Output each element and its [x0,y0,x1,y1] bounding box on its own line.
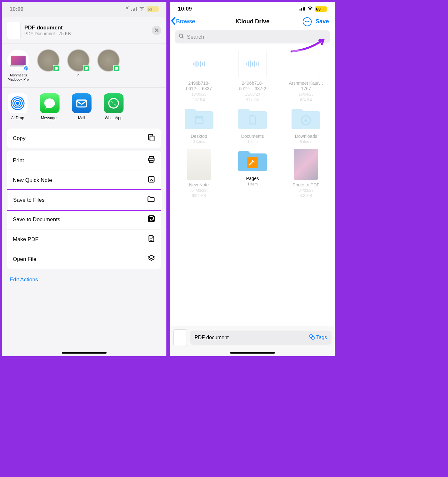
folder-pages[interactable]: Pages 1 item [228,149,276,198]
wifi-icon [307,6,313,12]
app-messages[interactable]: Messages [37,93,62,120]
file-title: PDF document [24,25,148,31]
image-thumbnail-icon [294,149,318,180]
tag-icon [309,334,315,341]
home-indicator[interactable] [62,352,107,354]
svg-rect-0 [131,10,132,11]
folder-downloads[interactable]: Downloads 8 items [282,107,330,144]
svg-rect-22 [304,7,305,11]
share-contact-whatsapp-3[interactable] [97,50,120,82]
home-indicator[interactable] [230,352,275,354]
svg-point-5 [25,67,28,70]
status-time: 10:09 [178,6,192,12]
signal-icon [300,6,305,12]
svg-point-7 [16,102,19,105]
file-subtitle: PDF Document · 75 KB [24,31,148,36]
document-icon [147,234,156,244]
app-label: AirDrop [11,116,24,120]
folder-icon [236,149,268,173]
status-time: 10:09 [10,6,23,12]
edit-actions-button[interactable]: Edit Actions... [2,271,166,288]
folder-documents[interactable]: Documents 1 item [228,107,276,144]
whatsapp-badge-icon [113,65,120,72]
share-apps-row: AirDrop Messages Mail WhatsApp [2,88,166,126]
svg-point-12 [109,98,118,108]
action-print[interactable]: Print [7,151,161,170]
whatsapp-icon [104,93,124,113]
file-thumbnail-icon [173,329,187,346]
file-item-audio-2[interactable]: 2496b718-b612-…337-2 13/05/23 447 KB [228,50,276,102]
folder-icon [147,195,155,205]
more-button[interactable]: ••• [303,17,312,26]
chevron-left-icon [170,17,176,27]
whatsapp-badge-icon [83,65,90,72]
image-thumbnail-icon [187,149,211,180]
app-label: Messages [41,116,59,120]
files-picker-screen: 10:09 63⚡ Browse iCloud Drive ••• Save S… [170,2,335,356]
svg-point-29 [312,337,315,340]
battery-indicator: 63⚡ [315,6,327,12]
action-save-to-documents[interactable]: Save to Documents [7,210,161,230]
ellipsis-icon: ••• [305,20,310,24]
action-save-to-files[interactable]: Save to Files [7,189,161,211]
close-button[interactable]: ✕ [152,26,161,35]
app-label: Mail [78,116,85,120]
share-contacts-row: Arshmeet's MacBook Pro n [2,44,166,87]
filename-value: PDF document [195,335,229,340]
airdrop-icon [8,93,28,113]
share-contact-airdrop[interactable]: Arshmeet's MacBook Pro [7,50,29,82]
messages-icon [40,93,60,113]
sheet-header: PDF document PDF Document · 75 KB ✕ [2,17,166,43]
contact-label: Arshmeet's MacBook Pro [7,73,29,82]
layers-icon [147,254,156,264]
save-button[interactable]: Save [316,18,329,25]
status-bar: 10:09 63⚡ [170,2,335,14]
share-contact-whatsapp-2[interactable]: n [67,50,90,82]
folder-desktop[interactable]: Desktop 0 items [175,107,223,144]
location-icon [124,6,129,12]
search-input[interactable]: Search [175,30,330,43]
search-placeholder: Search [187,34,204,40]
folder-icon [236,107,268,131]
svg-rect-3 [136,7,137,11]
share-contact-whatsapp-1[interactable] [37,50,60,82]
back-button[interactable]: Browse [170,17,195,27]
files-grid: 2496b718-b612-…6337 13/05/23 447 KB 2496… [170,45,335,203]
share-sheet: PDF document PDF Document · 75 KB ✕ Arsh… [2,17,166,356]
status-bar: 10:09 63⚡ [2,2,166,14]
bottom-bar: PDF document Tags [170,326,335,356]
action-make-pdf[interactable]: Make PDF [7,230,161,249]
file-item-doc[interactable]: Arshmeet Kaur…1767 16/04/23 971 KB [282,50,330,102]
app-airdrop[interactable]: AirDrop [5,93,30,120]
action-new-quick-note[interactable]: New Quick Note [7,170,161,190]
mail-icon [72,93,92,113]
folder-icon [290,107,322,131]
close-icon: ✕ [154,27,159,34]
svg-rect-19 [300,9,300,11]
app-label: WhatsApp [105,116,122,120]
svg-rect-20 [301,8,302,11]
airdrop-badge-icon [23,65,30,72]
filename-field[interactable]: PDF document Tags [190,331,332,345]
svg-point-4 [26,68,27,69]
print-icon [147,155,156,165]
note-icon [147,175,156,185]
document-file-icon [292,50,320,78]
action-copy[interactable]: Copy [7,129,161,148]
copy-icon [147,133,156,143]
app-mail[interactable]: Mail [69,93,94,120]
action-open-file[interactable]: Open File [7,249,161,269]
file-item-note[interactable]: New Note 04/03/23 63.1 MB [175,149,223,198]
svg-rect-25 [195,116,203,118]
wifi-icon [139,6,145,12]
search-icon [179,33,184,41]
whatsapp-badge-icon [53,65,60,72]
file-item-photo[interactable]: Photo to PDF 04/03/23 4.8 MB [282,149,330,198]
svg-point-23 [179,34,183,37]
tags-button[interactable]: Tags [309,334,327,341]
file-item-audio-1[interactable]: 2496b718-b612-…6337 13/05/23 447 KB [175,50,223,102]
svg-rect-11 [77,100,86,107]
app-whatsapp[interactable]: WhatsApp [101,93,126,120]
svg-rect-2 [134,8,135,11]
battery-indicator: 63⚡ [147,6,159,12]
